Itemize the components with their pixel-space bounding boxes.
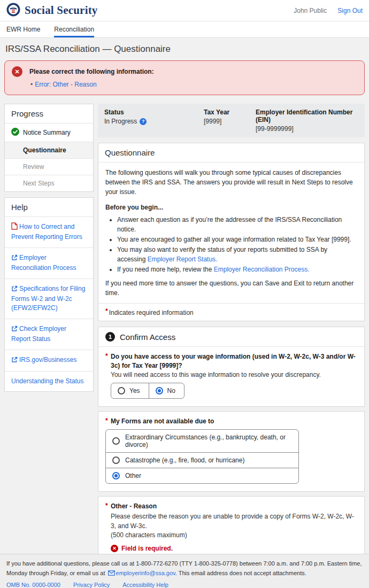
- field-required-error: ✕ Field is required.: [111, 545, 357, 552]
- confirm-access-title: Confirm Access: [120, 332, 175, 342]
- help-card: Help How to Correct and Prevent Reportin…: [4, 197, 94, 392]
- radio-selected-icon[interactable]: [112, 472, 120, 479]
- status-value: In Progress: [104, 118, 137, 125]
- radio-selected-icon[interactable]: [156, 387, 163, 394]
- forms-unavailable-label: *My Forms are not available due to: [105, 417, 357, 426]
- list-item: You are encouraged to gather all your wa…: [117, 235, 357, 244]
- error-x-icon: ✕: [12, 66, 22, 77]
- user-name: John Public: [294, 7, 327, 14]
- error-alert: ✕ Please correct the following informati…: [4, 60, 365, 95]
- required-asterisk: *: [105, 416, 108, 425]
- alert-error-item: •Error: Other - Reason: [30, 81, 357, 88]
- required-asterisk: *: [105, 501, 108, 510]
- brand: Social Security: [6, 3, 98, 18]
- error-x-icon: ✕: [111, 545, 118, 552]
- help-link-understanding-status[interactable]: Understanding the Status: [5, 371, 93, 391]
- envelope-icon: [108, 569, 115, 578]
- brand-title: Social Security: [25, 4, 98, 17]
- help-link-check-report-status[interactable]: Check Employer Report Status: [5, 319, 93, 350]
- ssa-seal-icon: [6, 3, 20, 18]
- wage-access-question-label: *Do you have access to your wage informa…: [105, 352, 357, 370]
- help-link-reconciliation-process[interactable]: Employer Reconciliation Process: [5, 247, 93, 278]
- help-link-correct-prevent-errors[interactable]: How to Correct and Prevent Reporting Err…: [5, 216, 93, 247]
- external-link-icon: [11, 357, 18, 366]
- questionnaire-title: Questionnaire: [98, 143, 364, 163]
- progress-item-review[interactable]: Review: [5, 158, 93, 175]
- alert-heading: Please correct the following information…: [29, 66, 357, 75]
- employer-report-status-link[interactable]: Employer Report Status.: [148, 256, 218, 263]
- before-you-begin-heading: Before you begin...: [105, 203, 357, 212]
- ein-value: [99-9999999]: [256, 125, 353, 133]
- check-circle-icon: [11, 128, 19, 137]
- list-item: Answer each question as if you’re the ad…: [117, 215, 357, 234]
- progress-item-questionnaire[interactable]: Questionnaire: [5, 142, 93, 158]
- accessibility-help-link[interactable]: Accessibility Help: [122, 580, 168, 588]
- progress-card: Progress Notice Summary Questionnaire Re…: [4, 104, 94, 192]
- page-footer: If you have additional questions, please…: [0, 554, 369, 588]
- help-question-icon[interactable]: ?: [140, 118, 147, 125]
- forms-reason-radio-list: Extraordinary Circumstances (e.g., bankr…: [105, 429, 299, 484]
- progress-item-next-steps[interactable]: Next Steps: [5, 175, 93, 191]
- radio-unselected-icon[interactable]: [118, 387, 125, 394]
- omb-link[interactable]: OMB No. 0000-0000: [6, 580, 60, 588]
- save-exit-note: If you need more time to answer the ques…: [105, 278, 357, 298]
- forms-unavailable-panel: *My Forms are not available due to Extra…: [98, 411, 365, 492]
- other-reason-label: *Other - Reason: [105, 502, 357, 511]
- required-asterisk: *: [105, 307, 108, 315]
- tax-year-label: Tax Year: [204, 109, 250, 116]
- yes-no-radio-group: Yes No: [111, 383, 184, 399]
- nav-reconciliation[interactable]: Reconciliation: [54, 21, 94, 37]
- bullet-icon: •: [30, 81, 33, 88]
- help-link-specifications-filing[interactable]: Specifications for Filing Forms W-2 and …: [5, 278, 93, 319]
- before-you-begin-list: Answer each question as if you’re the ad…: [117, 215, 357, 274]
- list-item: You may also want to verify the status o…: [117, 245, 357, 264]
- help-link-irs-businesses[interactable]: IRS.gov/Businesses: [5, 350, 93, 371]
- radio-unselected-icon[interactable]: [112, 457, 120, 464]
- wage-access-helper: You will need access to this wage inform…: [105, 371, 357, 378]
- tax-year-value: [9999]: [204, 118, 250, 125]
- page-title: IRS/SSA Reconciliation — Questionnaire: [0, 38, 369, 59]
- list-item: If you need more help, review the Employ…: [117, 265, 357, 274]
- questionnaire-intro: The following questions will walk you th…: [105, 168, 357, 197]
- progress-item-notice-summary[interactable]: Notice Summary: [5, 123, 93, 142]
- other-reason-description: Please describe the reason you are unabl…: [105, 512, 357, 540]
- privacy-policy-link[interactable]: Privacy Policy: [73, 580, 110, 588]
- ein-label: Employer Identification Number (EIN): [256, 109, 353, 123]
- external-link-icon: [11, 285, 18, 295]
- questionnaire-card: Questionnaire The following questions wi…: [98, 143, 365, 321]
- required-note: *Indicates required information: [98, 303, 364, 321]
- help-title: Help: [5, 198, 93, 216]
- radio-option-yes[interactable]: Yes: [111, 383, 149, 398]
- radio-option-extraordinary[interactable]: Extraordinary Circumstances (e.g., bankr…: [106, 430, 298, 452]
- status-bar: Status In Progress ? Tax Year [9999] Emp…: [98, 104, 365, 137]
- step-number-badge: 1: [105, 332, 115, 342]
- required-asterisk: *: [105, 352, 108, 361]
- employer-reconciliation-process-link[interactable]: Employer Reconciliation Process.: [214, 266, 310, 273]
- alert-error-link[interactable]: Error: Other - Reason: [35, 81, 96, 88]
- status-label: Status: [104, 109, 198, 116]
- radio-option-catastrophe[interactable]: Catastrophe (e.g., fire, flood, or hurri…: [106, 452, 298, 468]
- confirm-access-panel: 1 Confirm Access *Do you have access to …: [98, 327, 365, 407]
- email-link[interactable]: employerinfo@ssa.gov: [116, 570, 175, 576]
- pdf-icon: [11, 222, 18, 233]
- external-link-icon: [11, 254, 18, 264]
- radio-option-other[interactable]: Other: [106, 468, 298, 483]
- footer-contact-text: If you have additional questions, please…: [6, 559, 363, 578]
- radio-option-no[interactable]: No: [149, 383, 184, 398]
- nav-ewr-home[interactable]: EWR Home: [6, 21, 40, 37]
- top-nav: EWR Home Reconciliation: [0, 21, 369, 38]
- radio-unselected-icon[interactable]: [112, 437, 120, 445]
- sign-out-link[interactable]: Sign Out: [337, 7, 363, 14]
- app-header: Social Security John Public Sign Out: [0, 0, 369, 21]
- progress-title: Progress: [5, 104, 93, 123]
- external-link-icon: [11, 326, 18, 335]
